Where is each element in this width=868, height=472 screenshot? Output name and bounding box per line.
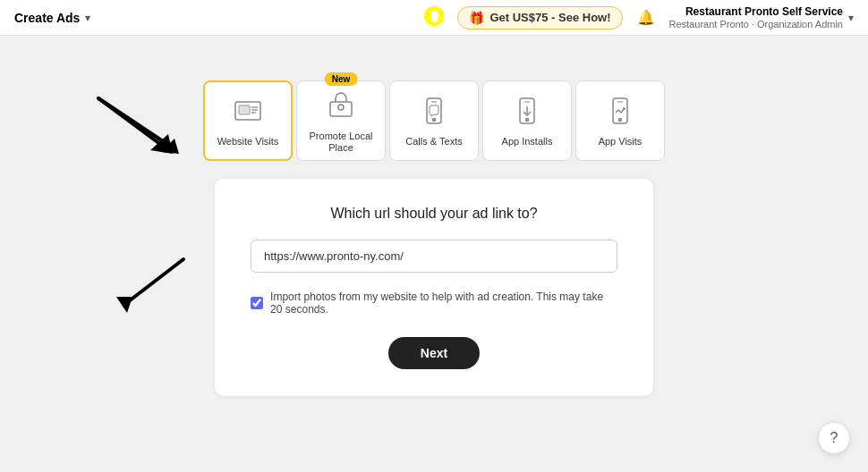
promote-local-label: Promote Local Place [297,131,385,154]
svg-rect-4 [239,105,250,114]
app-visits-icon [602,93,638,129]
svg-marker-23 [116,297,132,313]
url-question: Which url should your ad link to? [330,206,537,222]
goal-card-app-visits[interactable]: App Visits [575,80,665,161]
website-visits-icon [230,93,266,129]
calls-texts-label: Calls & Texts [405,136,462,148]
goal-cards-container: Website Visits New Promote Local Place [203,80,665,161]
new-badge: New [325,72,358,86]
promote-local-icon [323,88,359,123]
app-installs-label: App Installs [502,136,553,148]
help-button[interactable]: ? [818,422,850,454]
annotation-arrow-top [89,89,197,161]
user-name: Restaurant Pronto Self Service [669,5,843,20]
website-visits-label: Website Visits [217,136,279,148]
import-photos-checkbox[interactable] [251,296,263,310]
create-ads-label: Create Ads [14,11,80,25]
import-checkbox-row: Import photos from my website to help wi… [251,291,617,316]
goal-card-calls-texts[interactable]: Calls & Texts [389,80,479,161]
top-header: Create Ads ▾ 🎁 Get US$75 - See How! 🔔 Re… [0,0,868,36]
annotation-arrow-bottom [107,250,197,322]
user-details: Restaurant Pronto Self Service Restauran… [669,5,843,30]
promo-badge[interactable]: 🎁 Get US$75 - See How! [457,6,622,30]
svg-point-19 [619,119,622,122]
svg-point-12 [433,119,436,122]
chevron-down-icon[interactable]: ▾ [85,12,90,24]
bell-icon[interactable]: 🔔 [637,9,655,26]
app-installs-icon [509,93,545,129]
snapchat-logo [421,4,447,32]
goal-card-website-visits[interactable]: Website Visits [203,80,293,161]
header-left: Create Ads ▾ [14,11,90,25]
svg-point-9 [338,105,344,110]
calls-texts-icon [416,93,452,129]
svg-line-22 [125,259,183,304]
svg-point-15 [526,119,529,122]
help-icon: ? [830,430,838,446]
app-visits-label: App Visits [599,136,642,148]
user-role: Restaurant Pronto · Organization Admin [669,19,843,30]
user-info[interactable]: Restaurant Pronto Self Service Restauran… [669,5,854,30]
gift-icon: 🎁 [469,11,484,25]
goal-card-promote-local[interactable]: New Promote Local Place [296,80,386,161]
user-chevron-icon: ▾ [848,12,854,24]
svg-marker-2 [150,134,173,154]
main-content: Website Visits New Promote Local Place [0,36,868,396]
next-button[interactable]: Next [388,337,480,369]
url-card: Which url should your ad link to? Import… [215,179,653,396]
import-label: Import photos from my website to help wi… [270,291,617,316]
header-right: 🎁 Get US$75 - See How! 🔔 Restaurant Pron… [457,5,854,30]
svg-marker-0 [161,139,179,154]
url-input[interactable] [251,240,617,273]
promo-text: Get US$75 - See How! [489,11,610,24]
svg-line-1 [98,98,161,145]
goal-card-app-installs[interactable]: App Installs [482,80,572,161]
